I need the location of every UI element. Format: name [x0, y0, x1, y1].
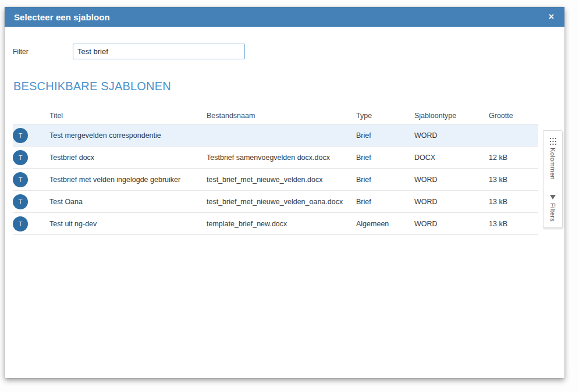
table-header-row: Titel Bestandsnaam Type Sjabloontype Gro… [13, 107, 538, 124]
cell-type: Brief [356, 154, 414, 162]
column-header-type: Type [356, 112, 414, 120]
table-row[interactable]: T Testbrief docx Testbrief samenvoegveld… [13, 147, 538, 169]
cell-sjabloontype: DOCX [414, 154, 489, 162]
cell-sjabloontype: WORD [414, 131, 489, 140]
filter-row: Filter [13, 44, 564, 59]
close-icon[interactable]: × [546, 11, 556, 23]
grid-icon [550, 138, 556, 145]
cell-titel: Test mergevelden correspondentie [49, 131, 207, 140]
cell-titel: Testbrief met velden ingelogde gebruiker [49, 176, 207, 184]
cell-bestandsnaam: template_brief_new.docx [207, 220, 356, 228]
tab-kolommen-label: Kolommen [549, 148, 556, 180]
table-row[interactable]: T Testbrief met velden ingelogde gebruik… [13, 169, 538, 191]
tab-kolommen[interactable]: Kolommen [549, 138, 556, 180]
column-header-grootte: Grootte [489, 112, 538, 120]
cell-titel: Test uit ng-dev [49, 220, 207, 228]
table-row[interactable]: T Test Oana test_brief_met_nieuwe_velden… [13, 191, 538, 213]
dialog-titlebar: Selecteer een sjabloon × [5, 7, 564, 27]
cell-bestandsnaam: test_brief_met_nieuwe_velden_oana.docx [207, 198, 356, 206]
cell-sjabloontype: WORD [414, 198, 489, 206]
tab-filters-label: Filters [549, 203, 556, 222]
template-avatar: T [13, 150, 28, 165]
cell-sjabloontype: WORD [414, 220, 489, 228]
table-row[interactable]: T Test mergevelden correspondentie Brief… [13, 124, 538, 147]
cell-titel: Test Oana [49, 198, 207, 206]
cell-type: Algemeen [356, 220, 414, 228]
filter-label: Filter [13, 48, 73, 56]
template-avatar: T [13, 172, 28, 187]
column-header-sjabloontype: Sjabloontype [414, 112, 489, 120]
tab-filters[interactable]: Filters [549, 195, 556, 222]
template-avatar: T [13, 128, 28, 143]
dialog-title: Selecteer een sjabloon [14, 12, 110, 22]
cell-grootte: 13 kB [489, 176, 538, 184]
cell-grootte: 13 kB [489, 198, 538, 206]
filter-triangle-icon [550, 195, 556, 200]
side-tab-strip: Kolommen Filters [543, 130, 563, 228]
template-select-dialog: Selecteer een sjabloon × Filter BESCHIKB… [5, 7, 564, 378]
cell-type: Brief [356, 176, 414, 184]
cell-sjabloontype: WORD [414, 176, 489, 184]
cell-bestandsnaam: Testbrief samenvoegvelden docx.docx [207, 154, 356, 162]
cell-titel: Testbrief docx [49, 154, 207, 162]
cell-type: Brief [356, 198, 414, 206]
table-row[interactable]: T Test uit ng-dev template_brief_new.doc… [13, 213, 538, 235]
cell-type: Brief [356, 131, 414, 140]
cell-bestandsnaam: test_brief_met_nieuwe_velden.docx [207, 176, 356, 184]
cell-grootte: 13 kB [489, 220, 538, 228]
templates-table: Titel Bestandsnaam Type Sjabloontype Gro… [13, 107, 538, 235]
template-avatar: T [13, 194, 28, 209]
section-heading: BESCHIKBARE SJABLONEN [13, 80, 564, 93]
filter-input[interactable] [73, 44, 245, 59]
column-header-bestandsnaam: Bestandsnaam [207, 112, 356, 120]
column-header-titel: Titel [49, 112, 207, 120]
template-avatar: T [13, 216, 28, 231]
cell-grootte: 12 kB [489, 154, 538, 162]
